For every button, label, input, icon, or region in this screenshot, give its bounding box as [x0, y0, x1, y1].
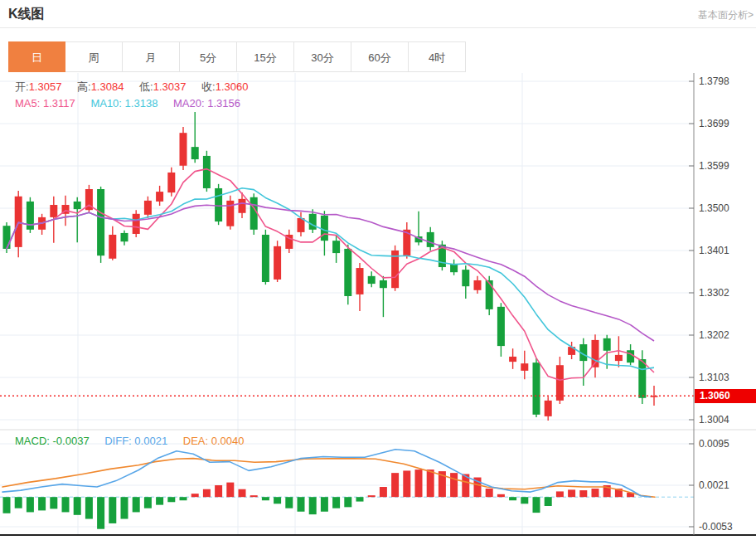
dea-value: 0.0040	[211, 435, 245, 447]
y-axis-label: 1.3302	[699, 286, 729, 299]
diff-label: DIFF:	[104, 435, 132, 447]
diff-value: 0.0021	[134, 435, 167, 447]
y-axis-label: 0.0021	[699, 479, 729, 492]
y-axis-label: 1.3599	[699, 159, 729, 173]
y-axis-label: -0.0053	[699, 520, 733, 533]
ohlc-legend: 开:1.3057 高:1.3084 低:1.3037 收:1.3060	[15, 80, 260, 95]
y-axis-label: 1.3500	[699, 202, 729, 215]
ma20-label: MA20:	[173, 97, 205, 109]
ma20-value: 1.3156	[207, 97, 240, 109]
y-axis-label: 1.3202	[699, 328, 729, 342]
macd-value: -0.0037	[53, 435, 90, 447]
ma-legend: MA5: 1.3117 MA10: 1.3138 MA20: 1.3156	[15, 97, 253, 109]
y-axis-label: 0.0095	[699, 437, 729, 450]
open-label: 开:	[15, 80, 29, 93]
ma5-label: MA5:	[15, 97, 40, 109]
high-label: 高:	[77, 80, 91, 93]
low-value: 1.3037	[153, 80, 187, 93]
y-axis-label: 1.3699	[699, 117, 729, 130]
ma10-value: 1.3138	[125, 97, 158, 109]
high-value: 1.3084	[91, 80, 124, 93]
kline-widget: K线图 基本面分析> 日周月5分15分30分60分4时 1.37981.3699…	[0, 0, 756, 540]
last-price-tag: 1.3060	[695, 389, 756, 403]
dea-label: DEA:	[183, 435, 208, 447]
low-label: 低:	[139, 80, 153, 93]
y-axis-label: 1.3798	[699, 75, 729, 88]
close-label: 收:	[201, 80, 216, 93]
y-axis-label: 1.3401	[699, 244, 729, 257]
ma5-value: 1.3117	[43, 97, 75, 109]
ma10-label: MA10:	[90, 97, 122, 109]
close-value: 1.3060	[216, 80, 249, 93]
macd-legend: MACD: -0.0037 DIFF: 0.0021 DEA: 0.0040	[15, 435, 256, 447]
y-axis-label: 1.3004	[699, 413, 729, 426]
y-axis-label: 1.3103	[699, 371, 729, 384]
macd-label: MACD:	[15, 435, 50, 447]
open-value: 1.3057	[29, 80, 62, 93]
